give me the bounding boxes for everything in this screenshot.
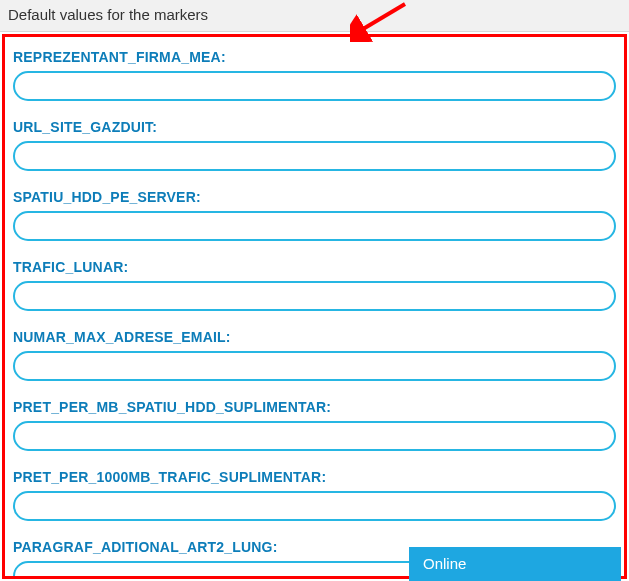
- field-label: NUMAR_MAX_ADRESE_EMAIL:: [13, 329, 616, 345]
- field-group-numar-max-adrese-email: NUMAR_MAX_ADRESE_EMAIL:: [13, 329, 616, 381]
- field-input-url-site-gazduit[interactable]: [13, 141, 616, 171]
- field-input-numar-max-adrese-email[interactable]: [13, 351, 616, 381]
- chat-widget[interactable]: Online: [409, 547, 621, 581]
- field-label: PRET_PER_MB_SPATIU_HDD_SUPLIMENTAR:: [13, 399, 616, 415]
- field-label: TRAFIC_LUNAR:: [13, 259, 616, 275]
- field-label: PRET_PER_1000MB_TRAFIC_SUPLIMENTAR:: [13, 469, 616, 485]
- field-input-reprezentant-firma-mea[interactable]: [13, 71, 616, 101]
- panel-title: Default values for the markers: [8, 6, 208, 23]
- markers-form-panel: REPREZENTANT_FIRMA_MEA: URL_SITE_GAZDUIT…: [2, 34, 627, 579]
- field-group-reprezentant-firma-mea: REPREZENTANT_FIRMA_MEA:: [13, 49, 616, 101]
- field-input-pret-per-1000mb-trafic-suplimentar[interactable]: [13, 491, 616, 521]
- field-group-trafic-lunar: TRAFIC_LUNAR:: [13, 259, 616, 311]
- panel-header: Default values for the markers: [0, 0, 629, 32]
- field-group-pret-per-mb-spatiu-hdd-suplimentar: PRET_PER_MB_SPATIU_HDD_SUPLIMENTAR:: [13, 399, 616, 451]
- field-group-spatiu-hdd-pe-server: SPATIU_HDD_PE_SERVER:: [13, 189, 616, 241]
- field-label: REPREZENTANT_FIRMA_MEA:: [13, 49, 616, 65]
- field-label: SPATIU_HDD_PE_SERVER:: [13, 189, 616, 205]
- field-input-spatiu-hdd-pe-server[interactable]: [13, 211, 616, 241]
- field-group-url-site-gazduit: URL_SITE_GAZDUIT:: [13, 119, 616, 171]
- field-input-trafic-lunar[interactable]: [13, 281, 616, 311]
- chat-status-label: Online: [423, 555, 466, 572]
- field-input-pret-per-mb-spatiu-hdd-suplimentar[interactable]: [13, 421, 616, 451]
- field-label: URL_SITE_GAZDUIT:: [13, 119, 616, 135]
- field-group-pret-per-1000mb-trafic-suplimentar: PRET_PER_1000MB_TRAFIC_SUPLIMENTAR:: [13, 469, 616, 521]
